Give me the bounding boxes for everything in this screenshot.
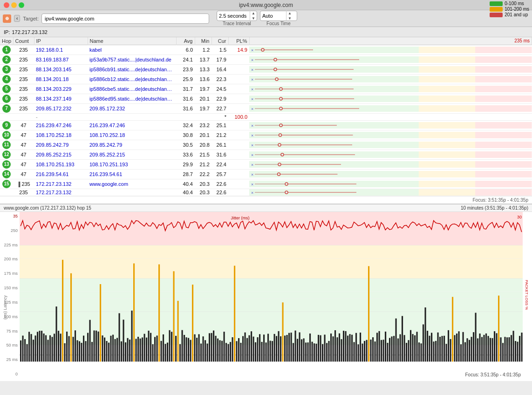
back-button[interactable]: ‹ xyxy=(14,15,20,22)
svg-rect-124 xyxy=(31,334,32,361)
svg-rect-253 xyxy=(301,339,302,361)
focus-range-table: Focus: 3:51:35p - 4:01:35p xyxy=(0,196,532,204)
hop-name: 108.170.251.193 xyxy=(88,160,176,170)
focus-up-stepper[interactable]: ▲ xyxy=(286,11,293,16)
table-row[interactable]: 7235209.85.172.232209.85.172.23231.619.7… xyxy=(0,104,532,114)
hop-badge: 13 xyxy=(2,160,11,169)
svg-rect-287 xyxy=(372,337,374,361)
svg-rect-178 xyxy=(144,334,145,362)
svg-rect-50 xyxy=(419,122,475,129)
table-row[interactable]: 1247209.85.252.215209.85.252.21533.621.5… xyxy=(0,150,532,160)
hop-min: 23.2 xyxy=(195,121,211,130)
hop-ip: 108.170.251.193 xyxy=(34,160,88,170)
svg-rect-192 xyxy=(173,271,175,361)
svg-rect-154 xyxy=(94,330,95,361)
hop-count: ▐ 235 xyxy=(13,179,34,189)
table-row[interactable]: 1347108.170.251.193108.170.251.19329.921… xyxy=(0,160,532,170)
svg-rect-191 xyxy=(171,332,172,361)
table-row[interactable]: 523588.134.203.229ip5886cbe5.static....d… xyxy=(0,84,532,94)
col-avg: Avg xyxy=(176,37,195,45)
svg-text:×: × xyxy=(251,191,253,195)
svg-rect-29 xyxy=(419,86,475,92)
svg-rect-298 xyxy=(396,319,397,362)
svg-rect-141 xyxy=(66,332,68,361)
table-row[interactable]: 623588.134.237.149ip5886ed95.static....d… xyxy=(0,94,532,104)
hop-number: 3 xyxy=(0,65,13,75)
hop-ip: 172.217.23.132 xyxy=(34,189,88,196)
hop-number: 6 xyxy=(0,94,13,104)
hop-count: 47 xyxy=(13,150,34,160)
minimize-button[interactable] xyxy=(11,2,17,8)
table-row[interactable]: 235172.217.23.13240.420.322.6× xyxy=(0,189,532,196)
hop-ip: - xyxy=(34,114,88,121)
hop-count: 235 xyxy=(13,84,34,94)
table-row[interactable]: 1147209.85.242.79209.85.242.7930.520.826… xyxy=(0,140,532,150)
hop-mini-chart: × xyxy=(249,121,532,130)
hop-cur: 25.7 xyxy=(211,170,228,179)
hop-min: 20.1 xyxy=(195,94,211,104)
table-row[interactable]: 1047108.170.252.18108.170.252.1830.820.1… xyxy=(0,130,532,140)
svg-rect-252 xyxy=(299,332,300,361)
interval-down-stepper[interactable]: ▼ xyxy=(250,16,257,21)
hop-badge: 1 xyxy=(2,46,11,54)
svg-rect-150 xyxy=(85,341,87,361)
svg-rect-280 xyxy=(358,344,359,361)
svg-text:×: × xyxy=(251,87,253,92)
svg-rect-245 xyxy=(284,335,286,361)
svg-rect-176 xyxy=(140,339,141,362)
table-row[interactable]: 223583.169.183.87ip53a9b757.static....|d… xyxy=(0,55,532,65)
hop-number: 14 xyxy=(0,170,13,179)
focus-time-input[interactable] xyxy=(260,13,286,19)
table-row[interactable]: 15▐ 235172.217.23.132www.google.com40.42… xyxy=(0,179,532,189)
svg-rect-210 xyxy=(211,333,212,361)
svg-rect-160 xyxy=(106,341,108,361)
svg-rect-105 xyxy=(20,212,523,245)
svg-rect-257 xyxy=(309,334,311,361)
svg-rect-232 xyxy=(257,337,259,361)
svg-rect-228 xyxy=(249,335,250,362)
hop-mini-chart: × xyxy=(249,45,532,55)
hop-count: 47 xyxy=(13,140,34,150)
col-hop: Hop xyxy=(0,37,13,45)
table-row[interactable]: 323588.134.203.145ip5886cb91.static....d… xyxy=(0,65,532,75)
hop-table-section: Hop Count IP Name Avg Min Cur PL% 235 ms… xyxy=(0,37,532,204)
svg-rect-86 xyxy=(475,171,532,177)
table-row[interactable]: -*100.0 xyxy=(0,114,532,121)
legend-green: 0-100 ms xyxy=(490,1,529,6)
hop-count: 235 xyxy=(13,65,34,75)
svg-rect-238 xyxy=(270,341,271,361)
svg-rect-148 xyxy=(81,343,82,361)
trace-interval-input[interactable] xyxy=(217,13,250,19)
hop-avg: 31.6 xyxy=(176,104,195,114)
svg-rect-221 xyxy=(234,266,235,361)
hop-cur: 22.3 xyxy=(211,75,228,84)
app-icon[interactable]: ⊕ xyxy=(3,14,11,23)
close-button[interactable] xyxy=(4,2,9,8)
svg-rect-353 xyxy=(511,335,512,361)
svg-rect-161 xyxy=(108,343,109,362)
svg-rect-175 xyxy=(137,337,139,361)
svg-rect-212 xyxy=(215,336,217,361)
svg-rect-134 xyxy=(52,337,53,361)
svg-rect-341 xyxy=(485,334,487,361)
svg-rect-151 xyxy=(87,333,89,362)
focus-range-chart: Focus: 3:51:35p - 4:01:35p xyxy=(465,372,521,377)
table-row[interactable]: 423588.134.201.18ip5886cb12.static....de… xyxy=(0,75,532,84)
table-row[interactable]: 1235192.168.0.1kabel6.01.21.514.9× xyxy=(0,45,532,55)
table-row[interactable]: 947216.239.47.246216.239.47.24632.423.22… xyxy=(0,121,532,130)
svg-rect-215 xyxy=(221,341,223,362)
svg-rect-211 xyxy=(213,331,214,362)
hop-count: 235 xyxy=(13,104,34,114)
svg-rect-146 xyxy=(77,340,78,361)
svg-rect-308 xyxy=(416,332,418,361)
hop-pl: 100.0 xyxy=(228,114,249,121)
interval-up-stepper[interactable]: ▲ xyxy=(250,11,257,16)
y-0: 0 xyxy=(1,372,19,376)
target-input[interactable] xyxy=(41,14,209,24)
svg-rect-132 xyxy=(48,340,49,361)
hop-min: 20.1 xyxy=(195,130,211,140)
svg-rect-155 xyxy=(95,331,97,362)
maximize-button[interactable] xyxy=(19,2,24,8)
focus-down-stepper[interactable]: ▼ xyxy=(286,16,293,21)
table-row[interactable]: 1447216.239.54.61216.239.54.6128.722.225… xyxy=(0,170,532,179)
